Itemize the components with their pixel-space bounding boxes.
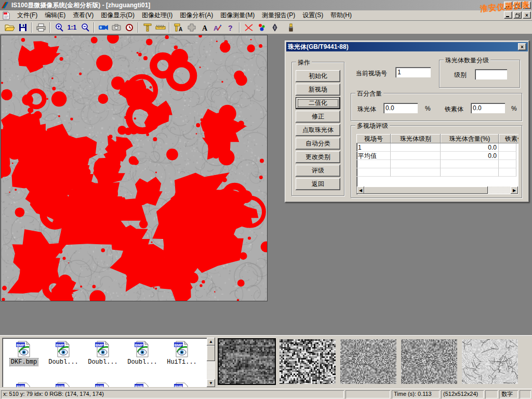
file-v-scrollbar[interactable]: ▲ ▼ [207,338,215,387]
file-row-partial: BMP BMP BMP BMP BMP [4,382,202,387]
color-balls-icon[interactable] [255,22,268,33]
current-field-label: 当前视场号 [356,69,387,78]
actual-size-icon[interactable]: 1:1 [65,22,78,33]
menu-image-display[interactable]: 图像显示(D) [97,10,138,21]
file-item[interactable]: BMP Doubl... [44,340,83,366]
scroll-thumb[interactable] [364,187,488,194]
rate-button[interactable]: 评级 [296,165,340,177]
file-name[interactable]: DKF.bmp [10,358,38,366]
pixel-info: x: 510 y: 79 idx: 0 RGB: (174, 174, 174) [1,390,344,398]
menu-file[interactable]: 文件(F) [14,10,41,21]
table-row[interactable]: 1 0.0 [356,143,518,152]
menu-settings[interactable]: 设置(S) [299,10,327,21]
camera-icon[interactable] [110,22,123,33]
pen-icon[interactable] [268,22,281,33]
cross-icon[interactable] [185,22,198,33]
return-button[interactable]: 返回 [296,178,340,190]
file-item[interactable]: BMP DKF.bmp [4,340,44,366]
zoom-in-icon[interactable] [52,22,65,33]
menu-image-process[interactable]: 图像处理(I) [138,10,176,21]
table-h-scrollbar[interactable]: ◀ ▶ [357,187,518,194]
bmp-file-icon[interactable]: BMP [94,382,112,387]
mdi-close-button[interactable]: × [523,11,531,19]
open-icon[interactable] [3,22,16,33]
dialog-close-button[interactable]: × [518,43,526,50]
thumbnail-1[interactable] [219,339,275,384]
ferrite-input[interactable]: 0.0 [471,103,505,113]
mdi-minimize-button[interactable] [504,11,512,19]
grade-group-label: 珠光体数量分级 [444,56,490,65]
current-field-input[interactable]: 1 [395,67,431,77]
cell-grade [391,152,441,160]
text-icon[interactable]: A [198,22,211,33]
minimize-button[interactable] [504,2,512,9]
menu-image-measure[interactable]: 图像测量(M) [217,10,258,21]
binarize-button[interactable]: 二值化 [296,97,340,109]
menu-edit[interactable]: 编辑(E) [41,10,69,21]
bmp-file-icon[interactable]: BMP [173,382,191,387]
bmp-file-icon[interactable]: BMP [55,382,72,387]
change-class-button[interactable]: 更改类别 [296,151,340,163]
file-item[interactable]: BMP Doubl... [123,340,162,366]
svg-text:BMP: BMP [56,385,64,388]
col-pearlite-grade[interactable]: 珠光体级别 [391,134,441,143]
ferrite-label: 铁素体 [445,105,463,114]
table-row-empty [356,168,518,177]
calibration-curve-icon[interactable] [242,22,255,33]
file-name[interactable]: Doubl... [126,358,158,366]
pearlite-input[interactable]: 0.0 [383,103,418,113]
mdi-restore-button[interactable] [513,11,522,19]
micrograph-image[interactable] [1,35,268,301]
file-name[interactable]: Doubl... [87,358,119,366]
table-row[interactable]: 平均值 0.0 [356,152,518,160]
thumbnail-2[interactable] [280,339,336,384]
scroll-down-icon[interactable]: ▼ [207,379,215,387]
menu-image-analysis[interactable]: 图像分析(A) [176,10,217,21]
scroll-left-icon[interactable]: ◀ [357,187,364,194]
scroll-up-icon[interactable]: ▲ [207,338,215,345]
svg-text:BMP: BMP [175,343,183,347]
menu-help[interactable]: 帮助(H) [327,10,355,21]
percent-group: 百分含量 珠光体 0.0 % 铁素体 0.0 % [351,93,522,121]
bmp-file-icon: BMP [94,340,112,358]
thumbnail-3[interactable] [340,339,396,384]
cell-field-no: 1 [356,143,391,152]
close-button[interactable]: × [523,2,531,9]
file-name[interactable]: HuiTi... [166,358,198,366]
pick-pearlite-button[interactable]: 点取珠光体 [296,124,340,136]
correct-button[interactable]: 修正 [296,111,340,123]
file-name[interactable]: Doubl... [47,358,79,366]
new-field-button[interactable]: 新视场 [296,84,340,96]
file-item[interactable]: BMP HuiTi... [162,340,202,366]
zoom-out-icon[interactable] [78,22,91,33]
scroll-thumb[interactable] [207,345,215,361]
measure-text-icon[interactable]: A [172,22,185,33]
initialize-button[interactable]: 初始化 [296,70,340,82]
ruler-icon[interactable] [154,22,167,33]
help-icon[interactable]: ? [224,22,237,33]
menu-report[interactable]: 测量报告(P) [258,10,299,21]
rating-table[interactable]: 视场号 珠光体级别 珠光体含量(%) 铁素体 1 0.0 平均值 0.0 [356,134,518,194]
print-icon[interactable] [34,22,47,33]
bmp-file-icon[interactable]: BMP [15,382,33,387]
thumbnail-4[interactable] [401,339,457,384]
edit-text-icon[interactable]: A [211,22,224,33]
restore-button[interactable] [513,2,522,9]
dialog-title-bar[interactable]: 珠光体(GB/T9441-88) × [286,42,528,51]
menu-view[interactable]: 查看(V) [69,10,97,21]
clock-icon[interactable] [123,22,136,33]
brush-icon[interactable] [284,22,297,33]
caliper-icon[interactable] [141,22,154,33]
col-field-no[interactable]: 视场号 [356,134,391,143]
thumbnail-5[interactable] [462,339,518,384]
file-item[interactable]: BMP Doubl... [83,340,123,366]
save-icon[interactable] [16,22,29,33]
grade-input[interactable] [475,69,507,79]
col-ferrite[interactable]: 铁素体 [499,134,518,143]
col-pearlite-content[interactable]: 珠光体含量(%) [441,134,499,143]
video-camera-icon[interactable] [97,22,110,33]
bmp-file-icon[interactable]: BMP [134,382,151,387]
auto-classify-button[interactable]: 自动分类 [296,138,340,150]
document-icon[interactable] [2,11,10,20]
scroll-right-icon[interactable]: ▶ [511,187,518,194]
